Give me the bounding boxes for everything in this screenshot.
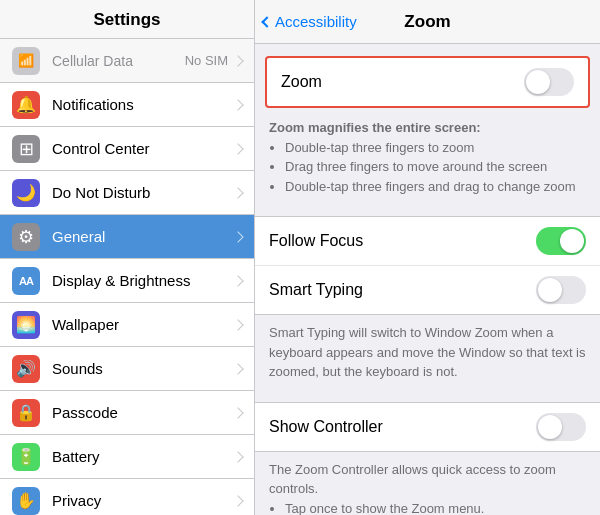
toggle-knob (538, 278, 562, 302)
no-sim-value: No SIM (185, 53, 228, 68)
sidebar-item-passcode[interactable]: 🔒 Passcode (0, 391, 254, 435)
sidebar-label-passcode: Passcode (52, 404, 234, 421)
sidebar-label-wallpaper: Wallpaper (52, 316, 234, 333)
sidebar-item-sounds[interactable]: 🔊 Sounds (0, 347, 254, 391)
nav-back-label: Accessibility (275, 13, 357, 30)
sidebar-label-display-brightness: Display & Brightness (52, 272, 234, 289)
passcode-icon: 🔒 (12, 399, 40, 427)
sidebar-item-display-brightness[interactable]: AA Display & Brightness (0, 259, 254, 303)
sidebar-label-general: General (52, 228, 234, 245)
chevron-icon (232, 143, 243, 154)
toggle-knob (538, 415, 562, 439)
sounds-icon: 🔊 (12, 355, 40, 383)
sidebar-item-notifications[interactable]: 🔔 Notifications (0, 83, 254, 127)
notifications-icon: 🔔 (12, 91, 40, 119)
chevron-icon (232, 275, 243, 286)
wallpaper-icon: 🌅 (12, 311, 40, 339)
sidebar-item-battery[interactable]: 🔋 Battery (0, 435, 254, 479)
sidebar-label-cellular: Cellular Data (52, 53, 185, 69)
battery-icon: 🔋 (12, 443, 40, 471)
chevron-icon (232, 451, 243, 462)
chevron-icon (232, 319, 243, 330)
display-brightness-icon: AA (12, 267, 40, 295)
sidebar-label-control-center: Control Center (52, 140, 234, 157)
smart-typing-row[interactable]: Smart Typing (255, 266, 600, 314)
chevron-icon (232, 231, 243, 242)
smart-typing-toggle[interactable] (536, 276, 586, 304)
show-controller-toggle[interactable] (536, 413, 586, 441)
zoom-description: Zoom magnifies the entire screen: Double… (255, 108, 600, 206)
nav-back-button[interactable]: Accessibility (263, 13, 357, 30)
sidebar-item-general[interactable]: ⚙ General (0, 215, 254, 259)
smart-typing-label: Smart Typing (269, 281, 536, 299)
nav-title: Zoom (404, 12, 450, 32)
sidebar-label-notifications: Notifications (52, 96, 234, 113)
control-center-icon: ⊞ (12, 135, 40, 163)
show-controller-desc-prefix: The Zoom Controller allows quick access … (269, 462, 556, 497)
follow-focus-label: Follow Focus (269, 232, 536, 250)
content-area: Zoom Zoom magnifies the entire screen: D… (255, 44, 600, 515)
section-show-controller: Show Controller (255, 402, 600, 452)
sidebar-item-do-not-disturb[interactable]: 🌙 Do Not Disturb (0, 171, 254, 215)
sidebar-item-privacy[interactable]: ✋ Privacy (0, 479, 254, 515)
zoom-toggle-row[interactable]: Zoom (265, 56, 590, 108)
sidebar-title: Settings (0, 0, 254, 39)
sidebar-label-do-not-disturb: Do Not Disturb (52, 184, 234, 201)
zoom-desc-title: Zoom magnifies the entire screen: (269, 120, 481, 135)
chevron-icon (232, 187, 243, 198)
smart-typing-desc-text: Smart Typing will switch to Window Zoom … (269, 325, 586, 379)
zoom-desc-point-1: Double-tap three fingers to zoom (285, 138, 586, 158)
sidebar-label-battery: Battery (52, 448, 234, 465)
sidebar-label-sounds: Sounds (52, 360, 234, 377)
show-controller-row[interactable]: Show Controller (255, 403, 600, 451)
zoom-desc-point-3: Double-tap three fingers and drag to cha… (285, 177, 586, 197)
sidebar: Settings 📶 Cellular Data No SIM 🔔 Notifi… (0, 0, 255, 515)
toggle-knob (526, 70, 550, 94)
show-controller-description: The Zoom Controller allows quick access … (255, 452, 600, 516)
smart-typing-description: Smart Typing will switch to Window Zoom … (255, 315, 600, 392)
sidebar-item-cellular[interactable]: 📶 Cellular Data No SIM (0, 39, 254, 83)
zoom-desc-point-2: Drag three fingers to move around the sc… (285, 157, 586, 177)
toggle-knob (560, 229, 584, 253)
chevron-icon (232, 55, 243, 66)
back-chevron-icon (261, 16, 272, 27)
privacy-icon: ✋ (12, 487, 40, 515)
chevron-icon (232, 495, 243, 506)
chevron-icon (232, 99, 243, 110)
follow-focus-row[interactable]: Follow Focus (255, 217, 600, 266)
show-controller-desc-point-1: Tap once to show the Zoom menu. (285, 499, 586, 516)
sidebar-item-control-center[interactable]: ⊞ Control Center (0, 127, 254, 171)
chevron-icon (232, 363, 243, 374)
zoom-toggle-label: Zoom (281, 73, 524, 91)
chevron-icon (232, 407, 243, 418)
cellular-icon: 📶 (12, 47, 40, 75)
nav-bar: Accessibility Zoom (255, 0, 600, 44)
follow-focus-toggle[interactable] (536, 227, 586, 255)
sidebar-label-privacy: Privacy (52, 492, 234, 509)
zoom-toggle[interactable] (524, 68, 574, 96)
do-not-disturb-icon: 🌙 (12, 179, 40, 207)
general-icon: ⚙ (12, 223, 40, 251)
main-panel: Accessibility Zoom Zoom Zoom magnifies t… (255, 0, 600, 515)
show-controller-label: Show Controller (269, 418, 536, 436)
sidebar-item-wallpaper[interactable]: 🌅 Wallpaper (0, 303, 254, 347)
section-follow-focus: Follow Focus Smart Typing (255, 216, 600, 315)
